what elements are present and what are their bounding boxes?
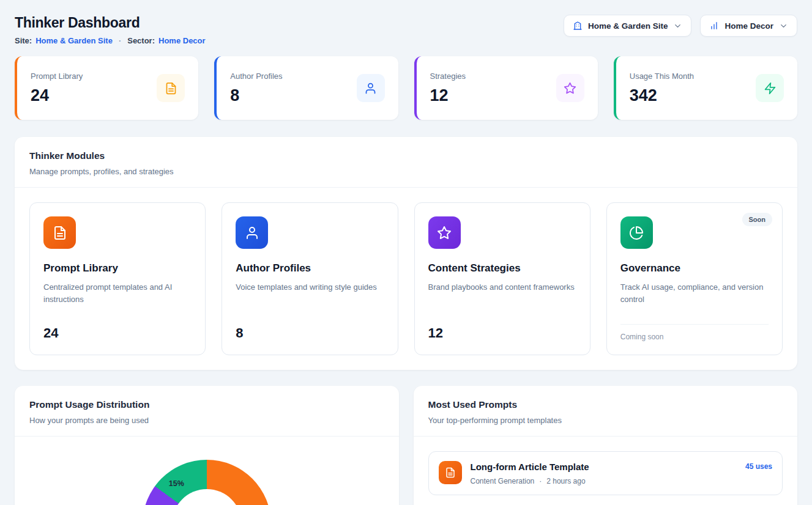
sparkle-icon xyxy=(556,74,584,102)
stat-card-strategies: Strategies 12 xyxy=(414,56,598,120)
stat-label: Strategies xyxy=(430,72,466,81)
dashboard-page: Thinker Dashboard Site: Home & Garden Si… xyxy=(0,0,812,505)
sector-selector-label: Home Decor xyxy=(724,21,773,31)
chevron-down-icon xyxy=(673,21,682,31)
sparkle-icon xyxy=(428,216,461,249)
usage-distribution-title: Prompt Usage Distribution xyxy=(29,399,384,410)
building-icon xyxy=(573,21,583,31)
stat-label: Usage This Month xyxy=(630,72,694,81)
stat-text: Usage This Month 342 xyxy=(630,72,694,105)
stat-label: Author Profiles xyxy=(230,72,282,81)
breadcrumb: Site: Home & Garden Site · Sector: Home … xyxy=(15,36,206,45)
usage-distribution-subtitle: How your prompts are being used xyxy=(29,416,384,425)
modules-title: Thinker Modules xyxy=(29,150,783,161)
prompt-uses-badge: 45 uses xyxy=(745,462,772,471)
stat-value: 12 xyxy=(430,86,466,105)
prompt-category: Content Generation xyxy=(471,477,535,485)
stat-text: Prompt Library 24 xyxy=(31,72,83,105)
site-selector-label: Home & Garden Site xyxy=(588,21,668,31)
module-card-author-profiles[interactable]: Author Profiles Voice templates and writ… xyxy=(222,202,398,355)
module-card-governance[interactable]: Soon Governance Track AI usage, complian… xyxy=(606,202,783,355)
header-left: Thinker Dashboard Site: Home & Garden Si… xyxy=(15,12,206,45)
header-selectors: Home & Garden Site Home Decor xyxy=(564,15,797,37)
module-description: Brand playbooks and content frameworks xyxy=(428,281,576,293)
thinker-modules-panel: Thinker Modules Manage prompts, profiles… xyxy=(15,137,797,370)
modules-grid: Prompt Library Centralized prompt templa… xyxy=(15,188,797,370)
pie-chart-icon xyxy=(620,216,653,249)
module-title: Prompt Library xyxy=(43,262,192,275)
user-icon xyxy=(357,74,385,102)
meta-dot: · xyxy=(539,477,542,485)
modules-subtitle: Manage prompts, profiles, and strategies xyxy=(29,167,783,176)
module-description: Voice templates and writing style guides xyxy=(236,281,384,293)
module-title: Content Strategies xyxy=(428,262,576,275)
stat-value: 24 xyxy=(31,86,83,105)
module-count: 8 xyxy=(236,325,384,341)
module-count: 12 xyxy=(428,325,576,341)
file-text-icon xyxy=(439,461,462,484)
chevron-down-icon xyxy=(779,21,788,31)
donut-segment-label: 15% xyxy=(169,479,184,488)
stat-value: 342 xyxy=(630,86,694,105)
prompt-info: Long-form Article Template Content Gener… xyxy=(471,461,737,485)
stat-card-prompt-library: Prompt Library 24 xyxy=(15,56,198,120)
stat-text: Author Profiles 8 xyxy=(230,72,282,105)
module-description: Centralized prompt templates and AI inst… xyxy=(43,281,192,305)
module-description: Track AI usage, compliance, and version … xyxy=(620,281,769,305)
stats-row: Prompt Library 24 Author Profiles 8 Stra… xyxy=(15,56,797,120)
usage-distribution-header: Prompt Usage Distribution How your promp… xyxy=(15,386,399,436)
stat-label: Prompt Library xyxy=(31,72,83,81)
site-label: Site: xyxy=(15,36,32,45)
most-used-subtitle: Your top-performing prompt templates xyxy=(428,416,783,425)
stat-card-author-profiles: Author Profiles 8 xyxy=(214,56,398,120)
prompt-list: Long-form Article Template Content Gener… xyxy=(414,437,798,505)
sector-label: Sector: xyxy=(127,36,155,45)
page-title: Thinker Dashboard xyxy=(15,15,206,31)
most-used-title: Most Used Prompts xyxy=(428,399,783,410)
module-card-prompt-library[interactable]: Prompt Library Centralized prompt templa… xyxy=(29,202,206,355)
file-text-icon xyxy=(43,216,76,249)
bottom-row: Prompt Usage Distribution How your promp… xyxy=(15,386,797,505)
most-used-header: Most Used Prompts Your top-performing pr… xyxy=(414,386,798,436)
page-header: Thinker Dashboard Site: Home & Garden Si… xyxy=(15,12,797,45)
modules-header: Thinker Modules Manage prompts, profiles… xyxy=(15,137,797,187)
prompt-time: 2 hours ago xyxy=(546,477,585,485)
site-selector-dropdown[interactable]: Home & Garden Site xyxy=(564,15,692,37)
module-card-content-strategies[interactable]: Content Strategies Brand playbooks and c… xyxy=(414,202,590,355)
sector-selector-dropdown[interactable]: Home Decor xyxy=(700,15,797,37)
stat-text: Strategies 12 xyxy=(430,72,466,105)
prompt-title: Long-form Article Template xyxy=(471,462,737,472)
module-title: Author Profiles xyxy=(236,262,384,275)
bolt-icon xyxy=(756,74,784,102)
usage-distribution-card: Prompt Usage Distribution How your promp… xyxy=(15,386,399,505)
coming-soon-text: Coming soon xyxy=(620,324,769,341)
file-text-icon xyxy=(157,74,185,102)
stat-value: 8 xyxy=(230,86,282,105)
stat-card-usage: Usage This Month 342 xyxy=(614,56,797,120)
usage-donut-chart: 15% xyxy=(15,437,399,505)
soon-badge: Soon xyxy=(742,213,773,226)
most-used-prompts-card: Most Used Prompts Your top-performing pr… xyxy=(414,386,798,505)
user-icon xyxy=(236,216,268,249)
module-title: Governance xyxy=(620,262,769,275)
donut-chart: 15% xyxy=(143,460,271,505)
site-link[interactable]: Home & Garden Site xyxy=(35,36,113,45)
module-count: 24 xyxy=(43,325,192,341)
bar-chart-icon xyxy=(709,21,719,31)
prompt-meta: Content Generation · 2 hours ago xyxy=(471,477,737,485)
sector-link[interactable]: Home Decor xyxy=(158,36,206,45)
breadcrumb-dot: · xyxy=(119,36,121,45)
prompt-list-item[interactable]: Long-form Article Template Content Gener… xyxy=(428,451,783,495)
